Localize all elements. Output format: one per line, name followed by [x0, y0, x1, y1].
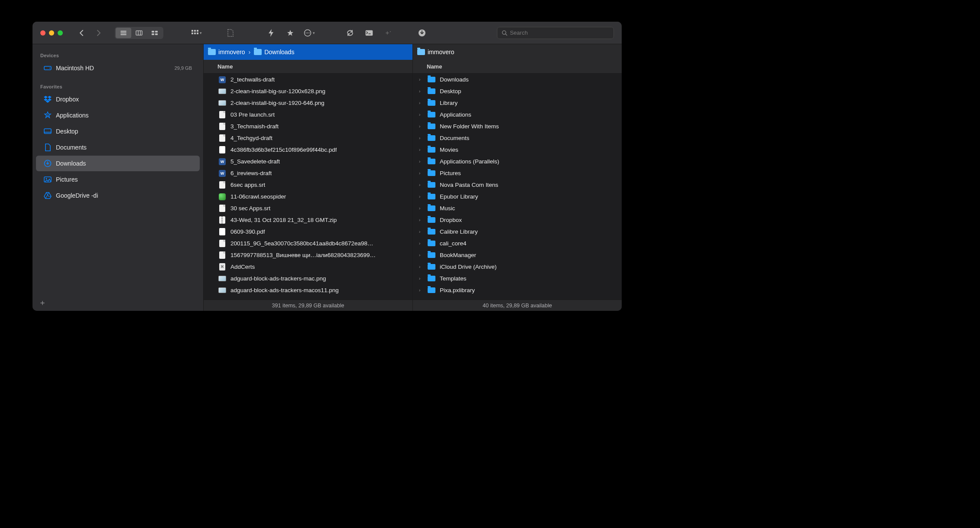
file-row[interactable]: ›Movies: [413, 144, 622, 156]
svg-rect-31: [44, 129, 51, 134]
sidebar-add-button[interactable]: ＋: [38, 298, 47, 307]
sidebar-item-desktop[interactable]: Desktop: [36, 124, 200, 139]
file-name: 6sec apps.srt: [230, 182, 265, 188]
doc-icon: [218, 251, 226, 259]
terminal-button[interactable]: [362, 27, 376, 39]
download-button[interactable]: [415, 27, 429, 39]
file-row[interactable]: ›⌘AddCerts: [204, 261, 412, 273]
file-row[interactable]: ›4_Techgyd-draft: [204, 132, 412, 144]
path-bar[interactable]: immovero: [413, 44, 622, 60]
column-header[interactable]: Name: [204, 60, 412, 74]
file-row[interactable]: ›0609-390.pdf: [204, 226, 412, 238]
search-field[interactable]: [497, 27, 614, 39]
file-row[interactable]: ›BookManager: [413, 249, 622, 261]
sidebar-item-documents[interactable]: Documents: [36, 140, 200, 155]
sidebar-item-googledrive-di[interactable]: GoogleDrive -di: [36, 188, 200, 203]
file-row[interactable]: ›Music: [413, 202, 622, 214]
sidebar-item-pictures[interactable]: Pictures: [36, 172, 200, 187]
file-row[interactable]: ›Applications: [413, 109, 622, 121]
file-row[interactable]: ›Applications (Parallels): [413, 156, 622, 167]
file-list[interactable]: ›W2_techwalls-draft›2-clean-install-big-…: [204, 74, 412, 300]
file-row[interactable]: ›W5_Savedelete-draft: [204, 156, 412, 167]
file-row[interactable]: ›11-06crawl.seospider: [204, 191, 412, 202]
file-row[interactable]: ›4c386fb3d6b3ef215c10f896e99f44bc.pdf: [204, 144, 412, 156]
file-row[interactable]: ›30 sec Apps.srt: [204, 202, 412, 214]
file-row[interactable]: ›Library: [413, 97, 622, 109]
file-row[interactable]: ›Pixa.pxlibrary: [413, 284, 622, 296]
sidebar-item-dropbox[interactable]: Dropbox: [36, 91, 200, 107]
file-row[interactable]: ›Nova Pasta Com Itens: [413, 179, 622, 191]
file-row[interactable]: ›W6_ireviews-draft: [204, 167, 412, 179]
file-row[interactable]: ›Pictures: [413, 167, 622, 179]
add-action-button[interactable]: [381, 27, 396, 39]
back-button[interactable]: [75, 28, 88, 38]
path-bar[interactable]: immovero›Downloads: [204, 44, 412, 60]
sidebar-item-downloads[interactable]: Downloads: [36, 156, 200, 171]
column-header-label: Name: [217, 63, 233, 70]
sidebar-item-applications[interactable]: AApplications: [36, 108, 200, 123]
file-name: 4_Techgyd-draft: [230, 135, 273, 141]
column-view-button[interactable]: [131, 28, 147, 38]
sync-button[interactable]: [343, 27, 357, 39]
file-row[interactable]: ›Documents: [413, 132, 622, 144]
file-row[interactable]: ›cali_core4: [413, 238, 622, 249]
column-header[interactable]: Name: [413, 60, 622, 74]
sidebar-item-label: Downloads: [56, 160, 192, 167]
fullscreen-window-button[interactable]: [58, 30, 63, 36]
file-name: iCloud Drive (Archive): [440, 264, 496, 270]
file-row[interactable]: ›Calibre Library: [413, 226, 622, 238]
chevron-down-icon: ▾: [313, 31, 315, 35]
svg-point-19: [309, 33, 310, 33]
folder-icon: [428, 181, 435, 189]
documents-icon: [44, 143, 52, 151]
file-row[interactable]: ›Desktop: [413, 85, 622, 97]
group-by-button[interactable]: ▾: [189, 27, 204, 39]
path-segment[interactable]: Downloads: [254, 49, 294, 55]
file-name: 1567997788513_Вишневе щи…іали68280438236…: [230, 252, 376, 258]
file-row[interactable]: ›43-Wed, 31 Oct 2018 21_32_18 GMT.zip: [204, 214, 412, 226]
file-row[interactable]: ›New Folder With Items: [413, 121, 622, 132]
file-row[interactable]: ›Templates: [413, 273, 622, 284]
svg-point-35: [46, 178, 47, 179]
list-view-button[interactable]: [116, 28, 131, 38]
file-name: 2-clean-install-big-sur-1200x628.png: [230, 88, 325, 95]
file-row[interactable]: ›200115_9G_5ea30070c3580bc41aa8db4c8672e…: [204, 238, 412, 249]
file-row[interactable]: ›2-clean-install-big-sur-1920-646.png: [204, 97, 412, 109]
file-name: Calibre Library: [440, 228, 478, 235]
file-row[interactable]: ›6sec apps.srt: [204, 179, 412, 191]
file-row[interactable]: ›iCloud Drive (Archive): [413, 261, 622, 273]
file-name: Applications: [440, 111, 471, 118]
sidebar-item-macintosh-hd[interactable]: Macintosh HD29,9 GB: [36, 60, 200, 76]
forward-button[interactable]: [92, 28, 105, 38]
disclosure-icon: ›: [419, 288, 423, 293]
search-input[interactable]: [510, 29, 609, 36]
file-row[interactable]: ›Epubor Library: [413, 191, 622, 202]
tag-button[interactable]: [283, 27, 298, 39]
new-file-button[interactable]: [223, 27, 238, 39]
minimize-window-button[interactable]: [49, 30, 54, 36]
path-segment[interactable]: immovero: [208, 49, 245, 55]
svg-rect-6: [152, 31, 154, 33]
gallery-view-button[interactable]: [147, 28, 162, 38]
file-row[interactable]: ›adguard-block-ads-trackers-macos11.png: [204, 284, 412, 296]
sidebar-item-label: Macintosh HD: [56, 65, 170, 72]
folder-icon: [428, 205, 435, 212]
file-row[interactable]: ›adguard-block-ads-trackers-mac.png: [204, 273, 412, 284]
quick-action-button[interactable]: [264, 27, 279, 39]
file-row[interactable]: ›1567997788513_Вишневе щи…іали6828043823…: [204, 249, 412, 261]
more-actions-button[interactable]: ▾: [302, 27, 317, 39]
close-window-button[interactable]: [40, 30, 45, 36]
file-row[interactable]: ›W2_techwalls-draft: [204, 74, 412, 85]
sidebar-item-label: Pictures: [56, 176, 192, 183]
file-row[interactable]: ›Dropbox: [413, 214, 622, 226]
file-list[interactable]: ›Downloads›Desktop›Library›Applications›…: [413, 74, 622, 300]
file-row[interactable]: ›Downloads: [413, 74, 622, 85]
file-row[interactable]: ›3_Techmaish-draft: [204, 121, 412, 132]
file-row[interactable]: ›2-clean-install-big-sur-1200x628.png: [204, 85, 412, 97]
file-row[interactable]: ›03 Pre launch.srt: [204, 109, 412, 121]
disclosure-icon: ›: [419, 206, 423, 211]
view-mode-group: [115, 27, 163, 39]
svg-rect-13: [191, 33, 193, 34]
path-segment[interactable]: immovero: [417, 49, 454, 55]
folder-icon: [428, 99, 435, 107]
